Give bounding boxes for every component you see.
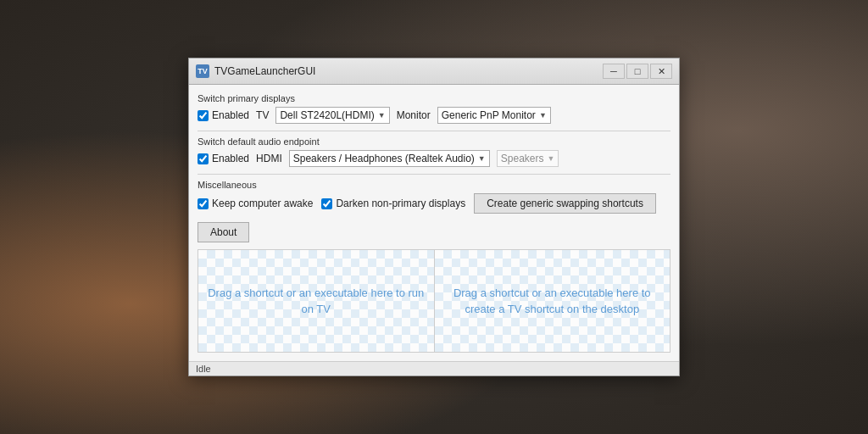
tv-label: TV bbox=[256, 109, 269, 121]
miscellaneous-section: Miscellaneous Keep computer awake Darken… bbox=[198, 180, 670, 242]
primary-enabled-checkbox[interactable] bbox=[198, 110, 209, 121]
drop-zone-desktop-text: Drag a shortcut or an executable here to… bbox=[443, 285, 662, 318]
window-title: TVGameLauncherGUI bbox=[214, 65, 598, 77]
audio-enabled-checkbox[interactable] bbox=[198, 153, 209, 164]
hdmi-dropdown-arrow: ▼ bbox=[478, 154, 486, 163]
keep-awake-label: Keep computer awake bbox=[212, 198, 313, 209]
window-controls: ─ □ ✕ bbox=[603, 64, 672, 79]
titlebar: TV TVGameLauncherGUI ─ □ ✕ bbox=[189, 58, 679, 85]
hdmi-dropdown[interactable]: Speakers / Headphones (Realtek Audio) ▼ bbox=[289, 150, 490, 167]
main-content: Switch primary displays Enabled TV Dell … bbox=[189, 85, 679, 361]
create-shortcuts-button[interactable]: Create generic swapping shortcuts bbox=[474, 193, 656, 214]
tv-dropdown-arrow: ▼ bbox=[378, 111, 386, 120]
audio-endpoint-section: Switch default audio endpoint Enabled HD… bbox=[198, 136, 670, 167]
primary-displays-row: Enabled TV Dell ST2420L(HDMI) ▼ Monitor … bbox=[198, 107, 670, 124]
close-button[interactable]: ✕ bbox=[650, 64, 672, 79]
darken-label: Darken non-primary displays bbox=[336, 198, 465, 209]
monitor-dropdown-arrow: ▼ bbox=[539, 111, 547, 120]
hdmi-label: HDMI bbox=[256, 153, 282, 164]
audio-enabled-label: Enabled bbox=[212, 153, 249, 164]
tv-dropdown[interactable]: Dell ST2420L(HDMI) ▼ bbox=[275, 107, 389, 124]
drop-zone-tv[interactable]: Drag a shortcut or an executable here to… bbox=[198, 250, 434, 352]
drop-zone-container: Drag a shortcut or an executable here to… bbox=[198, 249, 670, 353]
monitor-label: Monitor bbox=[397, 109, 431, 121]
audio-row: Enabled HDMI Speakers / Headphones (Real… bbox=[198, 150, 670, 167]
drop-zone-desktop[interactable]: Drag a shortcut or an executable here to… bbox=[434, 250, 670, 352]
audio-section-label: Switch default audio endpoint bbox=[198, 136, 670, 147]
status-text: Idle bbox=[196, 364, 211, 374]
speakers-dropdown[interactable]: Speakers ▼ bbox=[497, 150, 559, 167]
primary-enabled-checkbox-wrap[interactable]: Enabled bbox=[198, 109, 249, 121]
speakers-dropdown-arrow: ▼ bbox=[547, 154, 554, 163]
primary-enabled-label: Enabled bbox=[212, 109, 249, 121]
app-icon: TV bbox=[196, 64, 209, 78]
darken-checkbox-wrap[interactable]: Darken non-primary displays bbox=[321, 198, 465, 209]
misc-section-label: Miscellaneous bbox=[198, 180, 670, 190]
maximize-button[interactable]: □ bbox=[626, 64, 648, 79]
primary-displays-section: Switch primary displays Enabled TV Dell … bbox=[198, 93, 670, 124]
main-window: TV TVGameLauncherGUI ─ □ ✕ Switch primar… bbox=[188, 58, 680, 376]
misc-row: Keep computer awake Darken non-primary d… bbox=[198, 193, 670, 242]
minimize-button[interactable]: ─ bbox=[603, 64, 625, 79]
audio-enabled-checkbox-wrap[interactable]: Enabled bbox=[198, 153, 249, 164]
primary-displays-label: Switch primary displays bbox=[198, 93, 670, 103]
monitor-dropdown[interactable]: Generic PnP Monitor ▼ bbox=[437, 107, 551, 124]
status-bar: Idle bbox=[189, 361, 679, 376]
darken-checkbox[interactable] bbox=[321, 198, 332, 209]
keep-awake-checkbox[interactable] bbox=[198, 198, 209, 209]
keep-awake-checkbox-wrap[interactable]: Keep computer awake bbox=[198, 198, 313, 209]
drop-zone-tv-text: Drag a shortcut or an executable here to… bbox=[207, 285, 426, 318]
about-button[interactable]: About bbox=[198, 222, 249, 242]
